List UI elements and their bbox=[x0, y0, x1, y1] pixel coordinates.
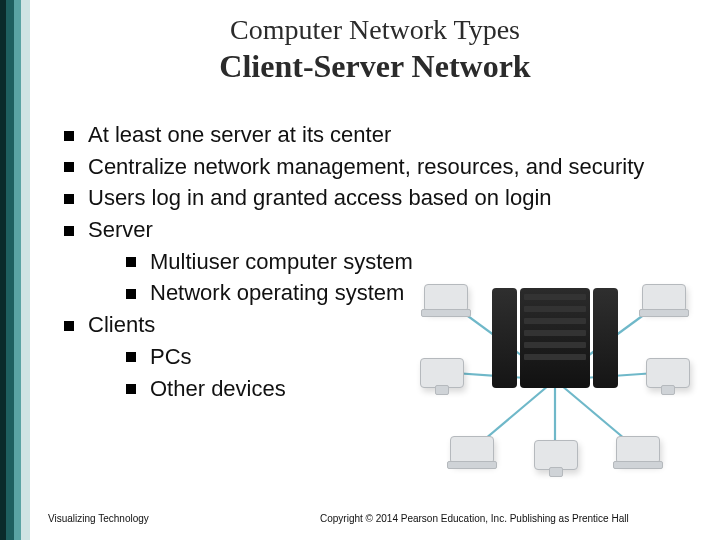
bullet-text: PCs bbox=[150, 344, 192, 369]
list-item: Users log in and granted access based on… bbox=[60, 183, 690, 213]
bullet-text: Multiuser computer system bbox=[150, 249, 413, 274]
footer-right: Copyright © 2014 Pearson Education, Inc.… bbox=[320, 513, 629, 524]
page-title: Client-Server Network bbox=[60, 48, 690, 85]
supertitle: Computer Network Types bbox=[60, 14, 690, 46]
slide: Computer Network Types Client-Server Net… bbox=[0, 0, 720, 540]
client-device-icon bbox=[646, 358, 690, 388]
server-rack-icon bbox=[520, 288, 590, 388]
bullet-text: Network operating system bbox=[150, 280, 404, 305]
bullet-text: Centralize network management, resources… bbox=[88, 154, 644, 179]
client-device-icon bbox=[420, 358, 464, 388]
decorative-sidebar bbox=[0, 0, 30, 540]
list-item: At least one server at its center bbox=[60, 120, 690, 150]
bullet-text: Server bbox=[88, 217, 153, 242]
bullet-text: Clients bbox=[88, 312, 155, 337]
list-item: Centralize network management, resources… bbox=[60, 152, 690, 182]
network-diagram-icon bbox=[410, 270, 700, 470]
bullet-text: Other devices bbox=[150, 376, 286, 401]
client-device-icon bbox=[450, 436, 494, 464]
client-device-icon bbox=[616, 436, 660, 464]
bullet-text: At least one server at its center bbox=[88, 122, 391, 147]
client-device-icon bbox=[534, 440, 578, 470]
client-device-icon bbox=[424, 284, 468, 312]
bullet-text: Users log in and granted access based on… bbox=[88, 185, 552, 210]
title-block: Computer Network Types Client-Server Net… bbox=[60, 14, 690, 85]
footer-left: Visualizing Technology bbox=[48, 513, 149, 524]
client-device-icon bbox=[642, 284, 686, 312]
